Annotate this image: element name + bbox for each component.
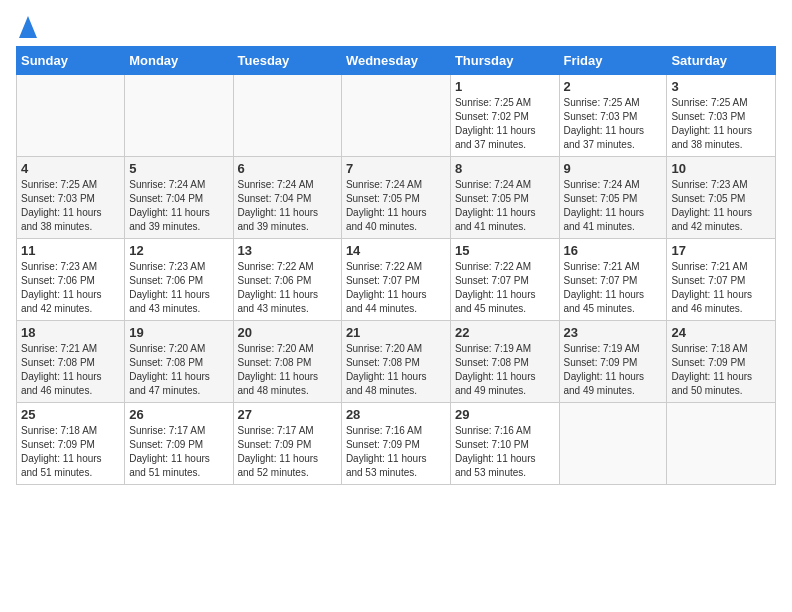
calendar-cell: 14Sunrise: 7:22 AM Sunset: 7:07 PM Dayli…	[341, 239, 450, 321]
week-row-3: 11Sunrise: 7:23 AM Sunset: 7:06 PM Dayli…	[17, 239, 776, 321]
day-info: Sunrise: 7:19 AM Sunset: 7:09 PM Dayligh…	[564, 342, 663, 398]
day-number: 17	[671, 243, 771, 258]
calendar-cell: 18Sunrise: 7:21 AM Sunset: 7:08 PM Dayli…	[17, 321, 125, 403]
week-row-4: 18Sunrise: 7:21 AM Sunset: 7:08 PM Dayli…	[17, 321, 776, 403]
day-info: Sunrise: 7:20 AM Sunset: 7:08 PM Dayligh…	[129, 342, 228, 398]
day-info: Sunrise: 7:25 AM Sunset: 7:02 PM Dayligh…	[455, 96, 555, 152]
day-number: 14	[346, 243, 446, 258]
day-number: 15	[455, 243, 555, 258]
calendar-cell: 1Sunrise: 7:25 AM Sunset: 7:02 PM Daylig…	[450, 75, 559, 157]
day-number: 22	[455, 325, 555, 340]
day-info: Sunrise: 7:22 AM Sunset: 7:07 PM Dayligh…	[346, 260, 446, 316]
day-number: 21	[346, 325, 446, 340]
day-info: Sunrise: 7:24 AM Sunset: 7:04 PM Dayligh…	[129, 178, 228, 234]
day-number: 18	[21, 325, 120, 340]
header-row: SundayMondayTuesdayWednesdayThursdayFrid…	[17, 47, 776, 75]
day-info: Sunrise: 7:23 AM Sunset: 7:06 PM Dayligh…	[129, 260, 228, 316]
day-number: 24	[671, 325, 771, 340]
day-number: 26	[129, 407, 228, 422]
day-number: 12	[129, 243, 228, 258]
calendar-cell: 12Sunrise: 7:23 AM Sunset: 7:06 PM Dayli…	[125, 239, 233, 321]
calendar-cell: 28Sunrise: 7:16 AM Sunset: 7:09 PM Dayli…	[341, 403, 450, 485]
day-number: 16	[564, 243, 663, 258]
calendar-cell: 27Sunrise: 7:17 AM Sunset: 7:09 PM Dayli…	[233, 403, 341, 485]
calendar-cell: 7Sunrise: 7:24 AM Sunset: 7:05 PM Daylig…	[341, 157, 450, 239]
calendar-cell: 23Sunrise: 7:19 AM Sunset: 7:09 PM Dayli…	[559, 321, 667, 403]
day-info: Sunrise: 7:23 AM Sunset: 7:05 PM Dayligh…	[671, 178, 771, 234]
page-header	[16, 16, 776, 38]
day-number: 20	[238, 325, 337, 340]
day-info: Sunrise: 7:21 AM Sunset: 7:07 PM Dayligh…	[564, 260, 663, 316]
logo-arrow-icon	[19, 16, 37, 38]
day-number: 6	[238, 161, 337, 176]
day-info: Sunrise: 7:21 AM Sunset: 7:08 PM Dayligh…	[21, 342, 120, 398]
week-row-5: 25Sunrise: 7:18 AM Sunset: 7:09 PM Dayli…	[17, 403, 776, 485]
day-info: Sunrise: 7:20 AM Sunset: 7:08 PM Dayligh…	[238, 342, 337, 398]
day-info: Sunrise: 7:22 AM Sunset: 7:06 PM Dayligh…	[238, 260, 337, 316]
day-info: Sunrise: 7:21 AM Sunset: 7:07 PM Dayligh…	[671, 260, 771, 316]
svg-marker-0	[19, 16, 37, 38]
day-info: Sunrise: 7:17 AM Sunset: 7:09 PM Dayligh…	[129, 424, 228, 480]
calendar-cell: 4Sunrise: 7:25 AM Sunset: 7:03 PM Daylig…	[17, 157, 125, 239]
day-number: 7	[346, 161, 446, 176]
calendar-cell: 8Sunrise: 7:24 AM Sunset: 7:05 PM Daylig…	[450, 157, 559, 239]
calendar-cell: 2Sunrise: 7:25 AM Sunset: 7:03 PM Daylig…	[559, 75, 667, 157]
calendar-table: SundayMondayTuesdayWednesdayThursdayFrid…	[16, 46, 776, 485]
day-info: Sunrise: 7:24 AM Sunset: 7:05 PM Dayligh…	[564, 178, 663, 234]
day-info: Sunrise: 7:24 AM Sunset: 7:05 PM Dayligh…	[455, 178, 555, 234]
col-header-thursday: Thursday	[450, 47, 559, 75]
day-number: 4	[21, 161, 120, 176]
week-row-1: 1Sunrise: 7:25 AM Sunset: 7:02 PM Daylig…	[17, 75, 776, 157]
day-info: Sunrise: 7:24 AM Sunset: 7:04 PM Dayligh…	[238, 178, 337, 234]
day-info: Sunrise: 7:24 AM Sunset: 7:05 PM Dayligh…	[346, 178, 446, 234]
day-number: 19	[129, 325, 228, 340]
calendar-cell: 6Sunrise: 7:24 AM Sunset: 7:04 PM Daylig…	[233, 157, 341, 239]
col-header-monday: Monday	[125, 47, 233, 75]
calendar-cell: 10Sunrise: 7:23 AM Sunset: 7:05 PM Dayli…	[667, 157, 776, 239]
calendar-cell: 19Sunrise: 7:20 AM Sunset: 7:08 PM Dayli…	[125, 321, 233, 403]
day-info: Sunrise: 7:25 AM Sunset: 7:03 PM Dayligh…	[671, 96, 771, 152]
day-info: Sunrise: 7:25 AM Sunset: 7:03 PM Dayligh…	[21, 178, 120, 234]
day-number: 28	[346, 407, 446, 422]
day-number: 27	[238, 407, 337, 422]
day-number: 9	[564, 161, 663, 176]
col-header-saturday: Saturday	[667, 47, 776, 75]
day-info: Sunrise: 7:25 AM Sunset: 7:03 PM Dayligh…	[564, 96, 663, 152]
calendar-cell: 24Sunrise: 7:18 AM Sunset: 7:09 PM Dayli…	[667, 321, 776, 403]
day-number: 8	[455, 161, 555, 176]
col-header-tuesday: Tuesday	[233, 47, 341, 75]
calendar-cell	[233, 75, 341, 157]
calendar-cell: 15Sunrise: 7:22 AM Sunset: 7:07 PM Dayli…	[450, 239, 559, 321]
day-number: 29	[455, 407, 555, 422]
day-info: Sunrise: 7:20 AM Sunset: 7:08 PM Dayligh…	[346, 342, 446, 398]
calendar-cell: 13Sunrise: 7:22 AM Sunset: 7:06 PM Dayli…	[233, 239, 341, 321]
day-number: 5	[129, 161, 228, 176]
day-number: 23	[564, 325, 663, 340]
logo	[16, 16, 37, 38]
day-number: 3	[671, 79, 771, 94]
calendar-cell	[17, 75, 125, 157]
day-number: 1	[455, 79, 555, 94]
day-info: Sunrise: 7:16 AM Sunset: 7:10 PM Dayligh…	[455, 424, 555, 480]
calendar-cell: 29Sunrise: 7:16 AM Sunset: 7:10 PM Dayli…	[450, 403, 559, 485]
col-header-wednesday: Wednesday	[341, 47, 450, 75]
calendar-cell: 20Sunrise: 7:20 AM Sunset: 7:08 PM Dayli…	[233, 321, 341, 403]
day-info: Sunrise: 7:16 AM Sunset: 7:09 PM Dayligh…	[346, 424, 446, 480]
calendar-cell: 26Sunrise: 7:17 AM Sunset: 7:09 PM Dayli…	[125, 403, 233, 485]
calendar-cell: 25Sunrise: 7:18 AM Sunset: 7:09 PM Dayli…	[17, 403, 125, 485]
day-number: 10	[671, 161, 771, 176]
week-row-2: 4Sunrise: 7:25 AM Sunset: 7:03 PM Daylig…	[17, 157, 776, 239]
calendar-cell	[125, 75, 233, 157]
calendar-cell: 9Sunrise: 7:24 AM Sunset: 7:05 PM Daylig…	[559, 157, 667, 239]
day-info: Sunrise: 7:18 AM Sunset: 7:09 PM Dayligh…	[21, 424, 120, 480]
day-number: 25	[21, 407, 120, 422]
day-number: 11	[21, 243, 120, 258]
calendar-cell	[341, 75, 450, 157]
calendar-cell: 22Sunrise: 7:19 AM Sunset: 7:08 PM Dayli…	[450, 321, 559, 403]
day-number: 2	[564, 79, 663, 94]
calendar-cell	[667, 403, 776, 485]
calendar-cell: 16Sunrise: 7:21 AM Sunset: 7:07 PM Dayli…	[559, 239, 667, 321]
day-info: Sunrise: 7:17 AM Sunset: 7:09 PM Dayligh…	[238, 424, 337, 480]
calendar-cell	[559, 403, 667, 485]
day-info: Sunrise: 7:23 AM Sunset: 7:06 PM Dayligh…	[21, 260, 120, 316]
